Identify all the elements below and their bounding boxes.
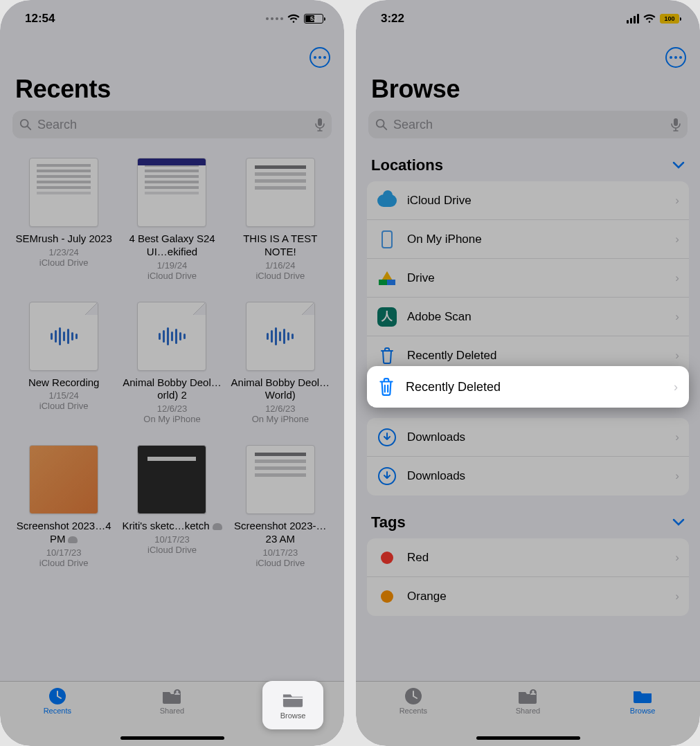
status-bar: 12:54 52 bbox=[0, 0, 344, 37]
file-item[interactable]: New Recording 1/15/24 iCloud Drive bbox=[12, 302, 115, 425]
thumbnail-note-icon bbox=[246, 445, 315, 514]
tab-browse[interactable]: Browse bbox=[601, 687, 684, 746]
recents-grid: SEMrush - July 2023 1/23/24 iCloud Drive… bbox=[0, 138, 344, 644]
file-item[interactable]: Screenshot 2023…4 PM 10/17/23 iCloud Dri… bbox=[12, 445, 115, 568]
file-item[interactable]: Screenshot 2023-…23 AM 10/17/23 iCloud D… bbox=[229, 445, 332, 568]
thumbnail-screenshot-icon bbox=[29, 445, 98, 514]
chevron-right-icon: › bbox=[675, 430, 679, 444]
screen-title: Browse bbox=[356, 68, 700, 111]
location-adobe-scan[interactable]: 人 Adobe Scan › bbox=[367, 298, 689, 336]
status-time: 3:22 bbox=[381, 12, 404, 26]
mic-icon[interactable] bbox=[671, 118, 681, 131]
iphone-icon bbox=[377, 229, 397, 250]
search-placeholder: Search bbox=[393, 118, 433, 132]
svg-rect-9 bbox=[674, 118, 678, 126]
download-icon bbox=[377, 466, 397, 486]
tag-orange[interactable]: Orange › bbox=[367, 577, 689, 616]
svg-point-0 bbox=[21, 120, 28, 127]
chevron-right-icon: › bbox=[675, 349, 679, 363]
svg-point-12 bbox=[532, 691, 535, 693]
clock-icon bbox=[403, 687, 424, 705]
file-item[interactable]: Animal Bobby Deol…World) 12/6/23 On My i… bbox=[229, 302, 332, 425]
location-drive[interactable]: Drive › bbox=[367, 259, 689, 298]
trash-icon bbox=[377, 345, 397, 366]
svg-point-5 bbox=[177, 691, 179, 693]
cloud-download-icon bbox=[213, 523, 222, 530]
status-bar: 3:22 100 bbox=[356, 0, 700, 37]
svg-rect-2 bbox=[318, 118, 322, 126]
download-icon bbox=[377, 427, 397, 448]
location-on-my-iphone[interactable]: On My iPhone › bbox=[367, 220, 689, 259]
wifi-icon bbox=[643, 14, 656, 24]
wifi-icon bbox=[287, 14, 300, 24]
thumbnail-doc-icon bbox=[29, 158, 98, 227]
battery-icon: 100 bbox=[660, 14, 679, 24]
more-options-button[interactable] bbox=[665, 47, 686, 68]
tab-recents[interactable]: Recents bbox=[16, 687, 99, 746]
svg-rect-6 bbox=[283, 698, 303, 699]
more-options-button[interactable] bbox=[309, 47, 330, 68]
status-time: 12:54 bbox=[25, 12, 55, 26]
file-item[interactable]: THIS IS A TEST NOTE! 1/16/24 iCloud Driv… bbox=[229, 158, 332, 281]
file-item[interactable]: Animal Bobby Deol…orld) 2 12/6/23 On My … bbox=[120, 302, 223, 425]
svg-line-1 bbox=[28, 127, 31, 130]
thumbnail-audio-icon bbox=[29, 302, 98, 371]
folder-shared-icon bbox=[161, 687, 182, 705]
svg-point-7 bbox=[377, 120, 384, 127]
thumbnail-audio-icon bbox=[246, 302, 315, 371]
search-field[interactable]: Search bbox=[368, 111, 688, 138]
favourites-list: Downloads › Downloads › bbox=[367, 418, 689, 495]
search-icon bbox=[375, 118, 388, 131]
file-item[interactable]: Kriti's sketc…ketch 10/17/23 iCloud Driv… bbox=[120, 445, 223, 568]
google-drive-icon bbox=[377, 268, 397, 289]
svg-line-8 bbox=[384, 127, 387, 130]
tag-red[interactable]: Red › bbox=[367, 538, 689, 577]
icloud-icon bbox=[377, 190, 397, 211]
home-indicator[interactable] bbox=[120, 736, 224, 740]
search-icon bbox=[19, 118, 32, 131]
thumbnail-doc-icon bbox=[137, 158, 206, 227]
section-locations-header[interactable]: Locations bbox=[356, 138, 700, 181]
tab-recents[interactable]: Recents bbox=[372, 687, 455, 746]
tag-color-icon bbox=[377, 586, 397, 607]
screenshot-recents: 12:54 52 Recents Search SEMrush - July 2… bbox=[0, 0, 344, 746]
chevron-right-icon: › bbox=[675, 551, 679, 565]
highlight-recently-deleted[interactable]: Recently Deleted › bbox=[367, 366, 689, 408]
adobe-scan-icon: 人 bbox=[377, 307, 397, 327]
chevron-right-icon: › bbox=[675, 310, 679, 324]
file-item[interactable]: SEMrush - July 2023 1/23/24 iCloud Drive bbox=[12, 158, 115, 281]
chevron-right-icon: › bbox=[675, 469, 679, 483]
thumbnail-audio-icon bbox=[137, 302, 206, 371]
mic-icon[interactable] bbox=[315, 118, 325, 131]
chevron-right-icon: › bbox=[675, 271, 679, 285]
chevron-down-icon bbox=[672, 518, 685, 527]
chevron-right-icon: › bbox=[675, 194, 679, 208]
cloud-download-icon bbox=[68, 536, 78, 543]
chevron-right-icon: › bbox=[675, 590, 679, 603]
search-placeholder: Search bbox=[37, 118, 77, 132]
location-icloud-drive[interactable]: iCloud Drive › bbox=[367, 181, 689, 220]
signal-dots-icon bbox=[266, 17, 283, 20]
tag-color-icon bbox=[377, 547, 397, 568]
clock-icon bbox=[47, 687, 68, 705]
thumbnail-screenshot-icon bbox=[137, 445, 206, 514]
search-field[interactable]: Search bbox=[12, 111, 332, 138]
favourite-downloads[interactable]: Downloads › bbox=[367, 457, 689, 495]
screen-title: Recents bbox=[0, 68, 344, 111]
chevron-down-icon bbox=[672, 161, 685, 170]
folder-icon bbox=[632, 687, 653, 705]
section-tags-header[interactable]: Tags bbox=[356, 495, 700, 538]
locations-list: iCloud Drive › On My iPhone › Drive › 人 … bbox=[367, 181, 689, 375]
tags-list: Red › Orange › bbox=[367, 538, 689, 616]
battery-icon: 52 bbox=[304, 14, 323, 24]
favourite-downloads[interactable]: Downloads › bbox=[367, 418, 689, 457]
home-indicator[interactable] bbox=[476, 736, 580, 740]
cellular-icon bbox=[627, 14, 639, 24]
screenshot-browse: 3:22 100 Browse Search Locations iCloud … bbox=[356, 0, 700, 746]
folder-icon bbox=[281, 691, 305, 709]
chevron-right-icon: › bbox=[674, 380, 678, 394]
thumbnail-note-icon bbox=[246, 158, 315, 227]
file-item[interactable]: 4 Best Galaxy S24 UI…ekified 1/19/24 iCl… bbox=[120, 158, 223, 281]
highlight-browse-tab[interactable]: Browse bbox=[262, 681, 323, 729]
trash-icon bbox=[378, 377, 395, 397]
